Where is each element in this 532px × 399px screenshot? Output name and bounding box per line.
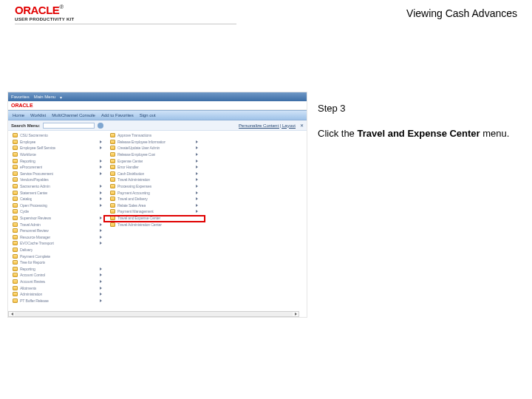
menu-item-label: Error Handler bbox=[117, 165, 139, 169]
menu-item[interactable]: Payment Management bbox=[106, 208, 202, 215]
menu-item[interactable]: eProcurement bbox=[8, 164, 106, 171]
menu-item[interactable]: Statement Center bbox=[8, 189, 106, 196]
submenu-arrow-icon bbox=[100, 267, 102, 270]
menu-item-label: Payment Complete bbox=[20, 254, 50, 259]
menu-item[interactable]: Allotments bbox=[8, 284, 106, 291]
folder-icon bbox=[13, 222, 18, 227]
menu-item[interactable]: Reporting bbox=[8, 157, 106, 164]
menu-item[interactable]: Cash Distribution bbox=[106, 171, 202, 177]
menu-item-label: Tree for Reports bbox=[20, 260, 45, 265]
submenu-arrow-icon bbox=[100, 204, 102, 207]
app-screenshot: Favorites Main Menu ▾ ORACLE HomeWorklis… bbox=[7, 92, 307, 318]
tab-item[interactable]: MultiChannel Console bbox=[52, 113, 95, 117]
menu-item[interactable]: CSU Sacramento bbox=[8, 132, 106, 139]
folder-icon bbox=[13, 216, 18, 220]
folder-icon bbox=[13, 299, 18, 303]
folder-icon bbox=[13, 197, 18, 201]
menu-item[interactable]: Release Employee Information bbox=[106, 139, 202, 146]
menu-item[interactable]: Employee Self Service bbox=[8, 145, 106, 151]
menu-item[interactable]: Travel Administration bbox=[106, 177, 202, 183]
search-input[interactable] bbox=[43, 123, 95, 129]
horizontal-scrollbar[interactable] bbox=[8, 311, 299, 317]
menu-item[interactable]: Service Procurement bbox=[8, 171, 106, 177]
menu-item-label: Payment Management bbox=[117, 209, 154, 214]
scroll-right-arrow[interactable] bbox=[293, 312, 299, 316]
folder-icon bbox=[110, 222, 115, 227]
folder-icon bbox=[13, 241, 18, 245]
folder-icon bbox=[13, 248, 18, 252]
submenu-arrow-icon bbox=[100, 280, 102, 283]
menu-item[interactable]: Travel Administration Center bbox=[106, 221, 202, 228]
menu-item[interactable]: Account Review bbox=[8, 279, 106, 285]
menu-item[interactable]: Release Employee Cost bbox=[106, 151, 202, 158]
search-go-button[interactable] bbox=[98, 123, 103, 129]
menu-item[interactable]: Open Processing bbox=[8, 202, 106, 209]
folder-icon bbox=[110, 203, 115, 208]
menu-item[interactable]: Delivery bbox=[8, 247, 106, 253]
submenu-arrow-icon bbox=[196, 191, 198, 194]
menu-item-label: Personnel Review bbox=[20, 228, 49, 233]
menu-item[interactable]: Reporting bbox=[8, 265, 106, 272]
tab-item[interactable]: Home bbox=[13, 113, 24, 117]
submenu-arrow-icon bbox=[100, 216, 102, 219]
submenu-arrow-icon bbox=[196, 160, 198, 163]
menu-item[interactable]: Account Control bbox=[8, 272, 106, 279]
menu-item-label: Account Control bbox=[20, 273, 45, 277]
menu-item-label: Workforce bbox=[20, 152, 36, 157]
menu-item[interactable]: Resource Manager bbox=[8, 234, 106, 241]
menu-item[interactable]: Travel and Delivery bbox=[106, 196, 202, 202]
scroll-left-arrow[interactable] bbox=[9, 312, 15, 316]
folder-icon bbox=[13, 209, 18, 214]
menu-item[interactable]: PT Buffer Release bbox=[8, 297, 106, 304]
menu-item[interactable]: Tree for Reports bbox=[8, 259, 106, 266]
menu-item[interactable]: Expense Center bbox=[106, 157, 202, 164]
folder-icon bbox=[13, 184, 18, 188]
window-topbar: Favorites Main Menu ▾ bbox=[8, 92, 307, 101]
menu-item[interactable]: Payment Complete bbox=[8, 253, 106, 259]
menu-item-label: Release Employee Information bbox=[117, 140, 166, 144]
close-icon[interactable]: ✕ bbox=[300, 123, 304, 128]
topbar-item[interactable]: Main Menu bbox=[34, 95, 56, 99]
folder-icon bbox=[110, 159, 115, 163]
menu-item[interactable]: Travel and Expense Center bbox=[106, 215, 202, 222]
menu-item-label: Release Employee Cost bbox=[117, 152, 155, 157]
menu-item[interactable]: Cycle bbox=[8, 208, 106, 215]
submenu-arrow-icon bbox=[100, 172, 102, 175]
menu-item[interactable]: Workforce bbox=[8, 151, 106, 158]
folder-icon bbox=[110, 177, 115, 182]
menu-item-label: Travel and Expense Center bbox=[117, 216, 160, 220]
personalize-link[interactable]: Personalize Content | Layout bbox=[239, 123, 296, 128]
menu-item[interactable]: Processing Expenses bbox=[106, 183, 202, 190]
menu-column-left: CSU SacramentoEmployeeEmployee Self Serv… bbox=[8, 131, 106, 311]
tab-item[interactable]: Worklist bbox=[30, 113, 46, 117]
topbar-item[interactable]: Favorites bbox=[11, 95, 30, 99]
folder-icon bbox=[13, 159, 18, 163]
instruction-bold: Travel and Expense Center bbox=[357, 128, 480, 139]
folder-icon bbox=[13, 254, 18, 259]
menu-item[interactable]: Create/Update User Admin bbox=[106, 145, 202, 151]
menu-item[interactable]: Approve Transactions bbox=[106, 132, 202, 139]
menu-item[interactable]: Relate Sales Area bbox=[106, 202, 202, 209]
oracle-logo: ORACLE® bbox=[15, 4, 75, 16]
tab-item[interactable]: Sign out bbox=[140, 113, 156, 117]
menu-item[interactable]: Personnel Review bbox=[8, 228, 106, 234]
folder-icon bbox=[13, 152, 18, 157]
menu-item[interactable]: Payment Accounting bbox=[106, 189, 202, 196]
oracle-subtitle: USER PRODUCTIVITY KIT bbox=[15, 17, 75, 21]
menu-item[interactable]: EVOCache Transport bbox=[8, 240, 106, 247]
menu-item[interactable]: Travel Admin bbox=[8, 221, 106, 228]
menu-item[interactable]: Sacramento Admin bbox=[8, 183, 106, 190]
menu-item[interactable]: Administration bbox=[8, 291, 106, 298]
menu-column-right: Approve TransactionsRelease Employee Inf… bbox=[106, 131, 202, 311]
menu-item[interactable]: Employee bbox=[8, 139, 106, 146]
menu-item[interactable]: Catalog bbox=[8, 196, 106, 202]
folder-icon bbox=[110, 146, 115, 150]
submenu-arrow-icon bbox=[100, 185, 102, 188]
menu-item[interactable]: Supervisor Reviews bbox=[8, 215, 106, 222]
folder-icon bbox=[13, 177, 18, 182]
menu-item[interactable]: Vendors/Payables bbox=[8, 177, 106, 183]
tab-item[interactable]: Add to Favorites bbox=[101, 113, 134, 117]
menu-item[interactable]: Error Handler bbox=[106, 164, 202, 171]
folder-icon bbox=[110, 165, 115, 169]
folder-icon bbox=[13, 203, 18, 208]
